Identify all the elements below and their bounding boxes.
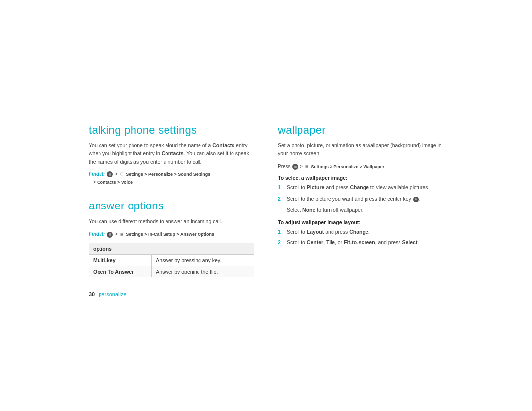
find-it-label-1: Find it: — [89, 171, 105, 177]
find-it-path-2: Settings > In-Call Setup > Answer Option… — [126, 232, 214, 237]
find-it-path-1: Settings > Personalize > Sound Settings — [126, 172, 210, 177]
settings-grid-icon-1: ⊞ — [120, 171, 124, 177]
select-steps-list: 1 Scroll to Picture and press Change to … — [278, 184, 443, 214]
list-item: 2 Scroll to Center, Tile, or Fit-to-scre… — [278, 239, 443, 247]
wallpaper-press-path: Press > ⊞ Settings > Personalize > Wallp… — [278, 163, 443, 171]
adjust-wallpaper-heading: To adjust wallpaper image layout: — [278, 219, 443, 225]
table-cell-option-1: Multi-key — [89, 254, 152, 266]
none-bold: None — [302, 207, 315, 213]
list-item: 1 Scroll to Picture and press Change to … — [278, 184, 443, 192]
left-column: talking phone settings You can set your … — [89, 124, 254, 277]
right-column: wallpaper Set a photo, picture, or anima… — [278, 124, 443, 252]
select-bold: Select — [402, 240, 417, 245]
contacts-bold-1: Contacts — [212, 142, 234, 148]
page-footer: 30 personalize — [89, 291, 443, 297]
answer-options-title: answer options — [89, 200, 254, 212]
tile-bold: Tile — [326, 240, 335, 245]
table-row: Open To Answer Answer by opening the fli… — [89, 266, 254, 277]
adjust-step-1-text: Scroll to Layout and press Change. — [287, 228, 370, 236]
picture-bold: Picture — [307, 184, 325, 190]
answer-options-body: You can use different methods to answer … — [89, 217, 254, 225]
answer-options-section: answer options You can use different met… — [89, 200, 254, 277]
page-number: 30 — [89, 291, 95, 297]
two-columns: talking phone settings You can set your … — [89, 124, 443, 277]
wallpaper-body: Set a photo, picture, or animation as a … — [278, 141, 443, 158]
page-container: talking phone settings You can set your … — [0, 0, 532, 411]
wallpaper-title: wallpaper — [278, 124, 443, 137]
step-num-1: 1 — [278, 184, 283, 192]
options-table: options Multi-key Answer by pressing any… — [89, 243, 254, 277]
nav-icon-1 — [107, 171, 113, 177]
adjust-steps-list: 1 Scroll to Layout and press Change. 2 S… — [278, 228, 443, 247]
find-it-label-2: Find it: — [89, 231, 105, 237]
layout-bold: Layout — [307, 229, 324, 235]
select-wallpaper-heading: To select a wallpaper image: — [278, 175, 443, 181]
talking-phone-settings-section: talking phone settings You can set your … — [89, 124, 254, 186]
content-area: talking phone settings You can set your … — [89, 114, 443, 297]
list-item: Select None to turn off wallpaper. — [278, 206, 443, 214]
settings-grid-icon-2: ⊞ — [120, 232, 124, 238]
list-item: 2 Scroll to the picture you want and pre… — [278, 195, 443, 203]
answer-options-find-it: Find it: > ⊞ Settings > In-Call Setup > … — [89, 230, 254, 238]
find-it-path-1b: Contacts > Voice — [97, 180, 133, 185]
nav-icon-2 — [107, 232, 113, 238]
page-label: personalize — [99, 291, 126, 297]
table-cell-desc-2: Answer by opening the flip. — [152, 266, 254, 277]
list-item: 1 Scroll to Layout and press Change. — [278, 228, 443, 236]
center-key-icon — [413, 197, 419, 202]
talking-phone-settings-title: talking phone settings — [89, 124, 254, 137]
table-cell-desc-1: Answer by pressing any key. — [152, 254, 254, 266]
adjust-step-num-2: 2 — [278, 239, 283, 247]
table-cell-option-2: Open To Answer — [89, 266, 152, 277]
wallpaper-path: Settings > Personalize > Wallpaper — [311, 164, 385, 169]
step-num-2: 2 — [278, 195, 283, 203]
nav-icon-3 — [292, 164, 298, 170]
change-bold-1: Change — [350, 184, 369, 190]
fit-bold: Fit-to-screen — [344, 240, 375, 245]
contacts-bold-2: Contacts — [162, 150, 184, 156]
step-1-text: Scroll to Picture and press Change to vi… — [287, 184, 430, 192]
adjust-step-num-1: 1 — [278, 228, 283, 236]
talking-phone-find-it: Find it: > ⊞ Settings > Personalize > So… — [89, 171, 254, 186]
adjust-step-2-text: Scroll to Center, Tile, or Fit-to-screen… — [287, 239, 419, 247]
talking-phone-settings-body: You can set your phone to speak aloud th… — [89, 141, 254, 166]
none-text: Select None to turn off wallpaper. — [287, 206, 364, 214]
step-num-blank — [278, 206, 283, 214]
center-bold: Center — [307, 240, 323, 245]
table-row: Multi-key Answer by pressing any key. — [89, 254, 254, 266]
step-2-text: Scroll to the picture you want and press… — [287, 195, 421, 203]
wallpaper-section: wallpaper Set a photo, picture, or anima… — [278, 124, 443, 247]
change-bold-2: Change — [349, 229, 368, 235]
settings-grid-icon-3: ⊞ — [305, 164, 309, 170]
options-table-header: options — [89, 243, 254, 254]
